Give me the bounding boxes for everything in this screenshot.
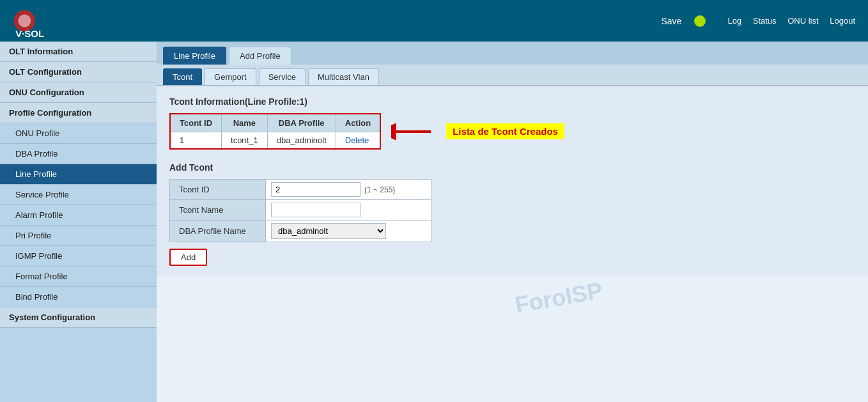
layout: OLT InformationOLT ConfigurationONU Conf… — [0, 42, 868, 402]
sidebar-item-alarm-profile[interactable]: Alarm Profile — [0, 205, 157, 226]
sidebar-item-dba-profile[interactable]: DBA Profile — [0, 144, 157, 164]
svg-point-1 — [18, 14, 31, 27]
header: V·SOL Save Log Status ONU list Logout — [0, 0, 868, 42]
service-tab[interactable]: Service — [259, 68, 306, 85]
sidebar-item-format-profile[interactable]: Format Profile — [0, 267, 157, 287]
annotation-row: Tcont IDNameDBA ProfileAction1tcont_1dba… — [169, 113, 855, 150]
table-cell-action: Delete — [336, 132, 380, 150]
sidebar-item-olt-configuration: OLT Configuration — [0, 62, 157, 82]
sidebar: OLT InformationOLT ConfigurationONU Conf… — [0, 42, 157, 402]
content-area: ForoISP Tcont Information(Line Profile:1… — [157, 86, 868, 276]
add-tcont-title: Add Tcont — [169, 162, 855, 173]
table-header: Tcont ID — [170, 114, 222, 132]
multicast-vlan-tab[interactable]: Multicast Vlan — [308, 68, 379, 85]
add-profile-tab[interactable]: Add Profile — [229, 47, 291, 65]
table-cell-tcont_id: 1 — [170, 132, 222, 150]
main-content: Line ProfileAdd Profile TcontGemportServ… — [157, 42, 868, 402]
tcont-name-field[interactable] — [271, 203, 360, 217]
table-cell-dba_profile: dba_adminolt — [267, 132, 336, 150]
svg-text:V·SOL: V·SOL — [15, 27, 44, 36]
header-nav: Log Status ONU list Logout — [718, 16, 855, 26]
onu-list-link[interactable]: ONU list — [787, 16, 818, 26]
annotation-label: Lista de Tcont Creados — [446, 123, 564, 139]
tcont-tab[interactable]: Tcont — [163, 68, 202, 85]
dba-profile-name-field[interactable]: dba_adminolt — [271, 223, 386, 239]
form-input-cell-dba-profile-name-field: dba_adminolt — [266, 220, 431, 242]
inner-tab-bar: TcontGemportServiceMulticast Vlan — [157, 65, 868, 86]
sidebar-item-onu-profile[interactable]: ONU Profile — [0, 123, 157, 144]
table-row: 1tcont_1dba_adminoltDelete — [170, 132, 380, 150]
gemport-tab[interactable]: Gemport — [205, 68, 256, 85]
header-right: Save Log Status ONU list Logout — [661, 15, 855, 27]
watermark: ForoISP — [513, 277, 604, 318]
tcont-id-field[interactable] — [271, 182, 360, 197]
form-label-dba-profile-name-field: DBA Profile Name — [170, 220, 266, 242]
add-button[interactable]: Add — [169, 249, 207, 266]
tcont-table: Tcont IDNameDBA ProfileAction1tcont_1dba… — [169, 113, 381, 150]
sidebar-item-igmp-profile[interactable]: IGMP Profile — [0, 246, 157, 267]
sidebar-item-profile-configuration: Profile Configuration — [0, 103, 157, 123]
status-link[interactable]: Status — [753, 16, 777, 26]
add-tcont-form: Tcont ID(1 ~ 255)Tcont NameDBA Profile N… — [169, 179, 431, 242]
arrow-icon — [391, 120, 436, 143]
table-header: DBA Profile — [267, 114, 336, 132]
table-header: Name — [222, 114, 268, 132]
sidebar-item-system-configuration: System Configuration — [0, 307, 157, 328]
outer-tab-bar: Line ProfileAdd Profile — [157, 42, 868, 65]
save-button[interactable]: Save — [661, 16, 681, 26]
logout-link[interactable]: Logout — [830, 16, 855, 26]
sidebar-item-line-profile[interactable]: Line Profile — [0, 164, 157, 185]
sidebar-item-pri-profile[interactable]: Pri Profile — [0, 226, 157, 246]
sidebar-item-bind-profile[interactable]: Bind Profile — [0, 287, 157, 307]
form-label-tcont-name-field: Tcont Name — [170, 200, 266, 220]
sidebar-item-olt-information: OLT Information — [0, 42, 157, 62]
logo-area: V·SOL — [13, 5, 45, 37]
table-cell-name: tcont_1 — [222, 132, 268, 150]
tcont-info-title: Tcont Information(Line Profile:1) — [169, 97, 855, 107]
form-input-cell-tcont-name-field — [266, 200, 431, 220]
arrow-annotation — [391, 120, 436, 143]
table-header: Action — [336, 114, 380, 132]
range-hint: (1 ~ 255) — [364, 185, 395, 194]
status-indicator — [694, 15, 706, 27]
form-label-tcont-id-field: Tcont ID — [170, 180, 266, 200]
form-input-cell-tcont-id-field: (1 ~ 255) — [266, 180, 431, 200]
line-profile-tab[interactable]: Line Profile — [163, 47, 226, 65]
vsol-logo: V·SOL — [13, 5, 45, 37]
sidebar-item-service-profile[interactable]: Service Profile — [0, 185, 157, 205]
sidebar-item-onu-configuration: ONU Configuration — [0, 82, 157, 103]
log-link[interactable]: Log — [727, 16, 741, 26]
delete-link[interactable]: Delete — [345, 135, 369, 145]
